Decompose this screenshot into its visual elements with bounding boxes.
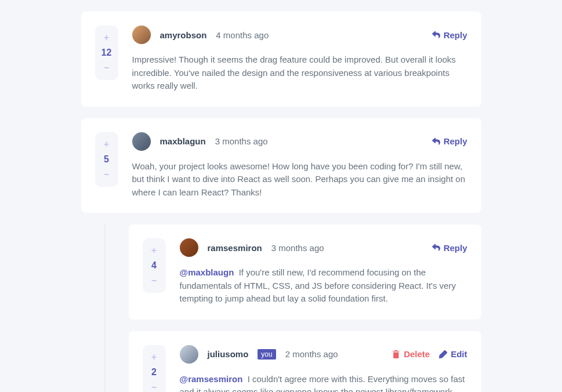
downvote-button[interactable]: − <box>99 167 114 182</box>
comment-content: Woah, your project looks awesome! How lo… <box>132 160 467 199</box>
score-value: 2 <box>151 365 157 380</box>
score-value: 5 <box>104 152 109 167</box>
edit-button[interactable]: Edit <box>439 349 467 359</box>
reply-label: Reply <box>444 30 467 40</box>
avatar <box>180 345 198 364</box>
upvote-button[interactable]: + <box>147 350 161 365</box>
comment-body: maxblagun 3 months ago Reply Woah, your … <box>132 132 467 199</box>
comment-content: @ramsesmiron I couldn't agree more with … <box>180 373 467 393</box>
downvote-button[interactable]: − <box>147 380 161 393</box>
username: ramsesmiron <box>208 243 262 253</box>
comment-body: amyrobson 4 months ago Reply Impressive!… <box>132 26 467 93</box>
edit-label: Edit <box>451 349 467 359</box>
upvote-button[interactable]: + <box>99 30 114 45</box>
edit-icon <box>439 350 447 358</box>
timestamp: 3 months ago <box>271 243 324 253</box>
avatar <box>180 238 198 257</box>
reply-icon <box>432 244 440 252</box>
downvote-button[interactable]: − <box>147 273 161 288</box>
mention: @maxblaugn <box>180 267 234 277</box>
comment-content: @maxblaugn If you're still new, I'd reco… <box>180 266 467 306</box>
reply-icon <box>432 31 440 39</box>
mention: @ramsesmiron <box>180 374 243 384</box>
header-actions: Reply <box>432 30 467 40</box>
score-box: + 2 − <box>143 345 166 393</box>
username: amyrobson <box>160 30 207 40</box>
downvote-button[interactable]: − <box>99 60 114 75</box>
reply-button[interactable]: Reply <box>432 136 467 146</box>
comment-body: ramsesmiron 3 months ago Reply @maxblaug… <box>180 238 467 306</box>
upvote-button[interactable]: + <box>147 243 161 258</box>
username: juliusomo <box>208 349 249 359</box>
reply-label: Reply <box>444 136 467 146</box>
comment-card: + 12 − amyrobson 4 months ago Reply Impr… <box>81 12 481 107</box>
comment-card: + 5 − maxblagun 3 months ago Reply Woah,… <box>81 118 481 213</box>
score-box: + 12 − <box>95 26 118 80</box>
avatar <box>132 132 151 151</box>
score-box: + 4 − <box>143 238 166 293</box>
score-value: 12 <box>101 45 112 60</box>
header-actions: Reply <box>432 243 467 253</box>
reply-label: Reply <box>444 243 467 253</box>
replies-wrapper: + 4 − ramsesmiron 3 months ago Reply <box>104 224 481 392</box>
delete-icon <box>392 350 400 358</box>
reply-button[interactable]: Reply <box>432 243 467 253</box>
upvote-button[interactable]: + <box>99 137 114 152</box>
you-badge: you <box>258 349 275 360</box>
username: maxblagun <box>160 136 206 146</box>
timestamp: 3 months ago <box>215 136 268 146</box>
timestamp: 2 months ago <box>285 349 338 359</box>
delete-button[interactable]: Delete <box>392 349 430 359</box>
comment-header: ramsesmiron 3 months ago Reply <box>180 238 467 257</box>
comments-container: + 12 − amyrobson 4 months ago Reply Impr… <box>70 12 493 392</box>
delete-label: Delete <box>404 349 430 359</box>
reply-button[interactable]: Reply <box>432 30 467 40</box>
reply-card: + 2 − juliusomo you 2 months ago Delete <box>129 331 481 393</box>
reply-card: + 4 − ramsesmiron 3 months ago Reply <box>129 224 481 320</box>
comment-body: juliusomo you 2 months ago Delete Edit <box>180 345 467 393</box>
avatar <box>132 26 151 44</box>
comment-header: amyrobson 4 months ago Reply <box>132 26 467 44</box>
comment-header: juliusomo you 2 months ago Delete Edit <box>180 345 467 364</box>
comment-content: Impressive! Though it seems the drag fea… <box>132 53 467 93</box>
score-value: 4 <box>151 258 157 273</box>
header-actions: Delete Edit <box>392 349 467 359</box>
comment-header: maxblagun 3 months ago Reply <box>132 132 467 151</box>
header-actions: Reply <box>432 136 467 146</box>
timestamp: 4 months ago <box>216 30 269 40</box>
score-box: + 5 − <box>95 132 118 187</box>
reply-icon <box>432 137 440 146</box>
